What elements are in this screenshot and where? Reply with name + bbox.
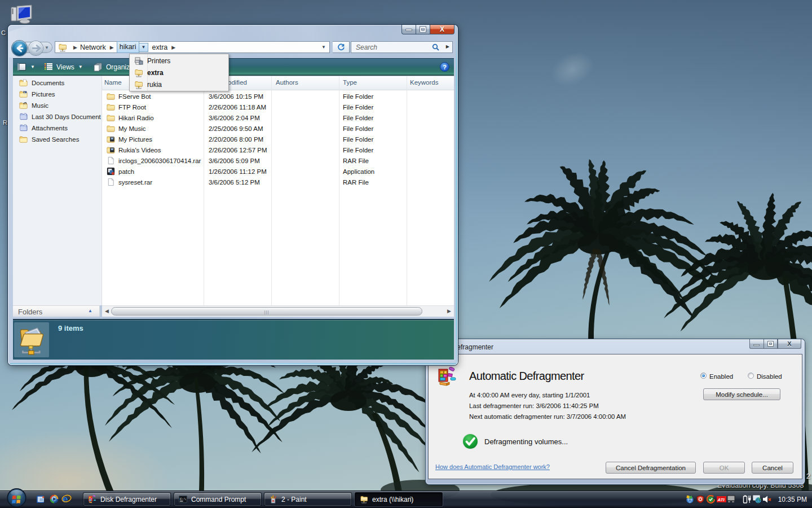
svg-text:ATI: ATI bbox=[717, 497, 725, 502]
svg-text:C:\: C:\ bbox=[180, 497, 186, 501]
